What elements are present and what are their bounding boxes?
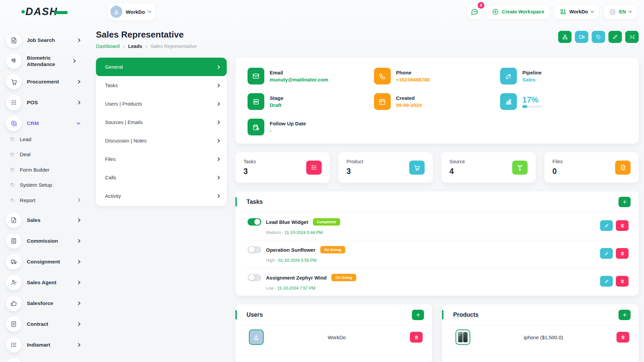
product-name: iphone ($1,500.0) <box>470 335 616 340</box>
chevron-right-icon <box>216 157 220 161</box>
workspace-menu-button[interactable]: WorkDo <box>554 4 599 19</box>
phone-field: Phone+16239488788 <box>374 68 500 84</box>
tab-calls[interactable]: Calls <box>96 168 227 187</box>
users-section-title: Users <box>247 311 263 318</box>
sidebar-item-system-setup[interactable]: System Setup <box>11 182 80 188</box>
tasks-section-title: Tasks <box>247 198 263 205</box>
tab-activity[interactable]: Activity <box>96 187 227 205</box>
trash-icon <box>620 251 625 256</box>
sidebar-item-salesforce[interactable]: Salesforce <box>6 295 80 311</box>
delete-task-button[interactable] <box>616 220 629 231</box>
chevron-right-icon <box>76 218 80 222</box>
breadcrumb-dashboard[interactable]: Dashboard <box>96 44 120 49</box>
convert-to-deal-button[interactable] <box>558 31 572 43</box>
sidebar-item-biometric-attendance[interactable]: Biometric Attendance <box>6 53 80 69</box>
workspace-selector[interactable]: WorkDo <box>107 3 156 21</box>
progress-bar-fill <box>522 105 527 108</box>
breadcrumb-leads[interactable]: Leads <box>128 44 142 49</box>
delete-user-button[interactable] <box>410 332 423 343</box>
sidebar-item-sales-agent[interactable]: Sales Agent <box>6 275 80 291</box>
page-title: Sales Representative <box>96 29 197 40</box>
email-value[interactable]: munuty@mailinator.com <box>270 77 328 82</box>
delete-task-button[interactable] <box>616 276 629 287</box>
delete-product-button[interactable] <box>616 332 629 343</box>
bullet-icon <box>10 152 15 157</box>
tag-icon <box>596 34 601 40</box>
crm-icon <box>6 116 21 131</box>
fingerprint-icon <box>6 53 21 69</box>
bullet-icon <box>10 182 15 188</box>
sidebar-item-pos[interactable]: POS <box>6 95 80 111</box>
sidebar-item-indiamart[interactable]: Indiamart <box>6 337 80 353</box>
sidebar-item-crm[interactable]: CRM <box>6 115 80 131</box>
chevron-right-icon <box>76 322 80 326</box>
sidebar-item-job-search[interactable]: Job Search <box>6 32 80 48</box>
stat-label: Product <box>346 159 363 164</box>
edit-task-button[interactable] <box>600 220 613 231</box>
meeting-button[interactable] <box>575 31 588 43</box>
create-workspace-button[interactable]: Create Workspace <box>486 4 550 19</box>
delete-task-button[interactable] <box>616 248 629 259</box>
sidebar-item-procurement[interactable]: Procurement <box>6 74 80 90</box>
sidebar-item-consignment[interactable]: Consignment <box>6 254 80 270</box>
sidebar-item-report[interactable]: Report <box>11 197 80 203</box>
sidebar-item-inventory[interactable]: Inventory <box>6 358 80 362</box>
sidebar-item-sales[interactable]: Sales <box>6 212 80 228</box>
task-toggle[interactable] <box>248 246 261 253</box>
chevron-down-icon <box>148 9 151 13</box>
breadcrumb-current: Sales Representative <box>151 44 197 49</box>
edit-lead-button[interactable] <box>608 31 622 43</box>
add-task-button[interactable] <box>619 197 631 207</box>
calendar-clock-icon <box>248 119 264 135</box>
messages-count-badge: 0 <box>478 2 484 9</box>
building-icon <box>113 8 120 15</box>
language-selector[interactable]: EN <box>603 4 637 19</box>
chevron-right-icon <box>76 101 80 104</box>
sidebar-item-deal[interactable]: Deal <box>11 151 80 158</box>
task-toggle[interactable] <box>248 274 261 281</box>
sidebar-subitem-label: Lead <box>20 136 80 142</box>
task-datetime: 01-10-2024 5:55 PM <box>278 258 317 263</box>
tab-users-products[interactable]: Users | Products <box>96 95 227 113</box>
convert-button[interactable] <box>625 31 639 43</box>
sidebar-item-label: Job Search <box>27 37 72 43</box>
tab-sources-emails[interactable]: Sources | Emails <box>96 113 227 131</box>
sidebar: Job Search Biometric Attendance Procurem… <box>0 23 86 362</box>
task-row: Assignment Zephyr Wind On Going Low - 11… <box>235 268 639 296</box>
sidebar-subitem-label: System Setup <box>20 182 80 188</box>
add-user-button[interactable] <box>412 310 424 320</box>
stat-label: Source <box>449 159 465 164</box>
pipeline-field: PipelineSales <box>500 68 627 84</box>
tab-discussion-notes[interactable]: Discussion | Notes <box>96 131 227 150</box>
stage-field: StageDraft <box>248 93 374 110</box>
sidebar-item-label: Consignment <box>27 258 72 265</box>
task-toggle[interactable] <box>248 218 261 226</box>
stat-card-product: Product3 <box>338 152 433 183</box>
sidebar-item-label: Sales Agent <box>27 279 72 286</box>
edit-task-button[interactable] <box>600 276 613 287</box>
tab-files[interactable]: Files <box>96 150 227 168</box>
labels-button[interactable] <box>592 31 605 43</box>
phone-value[interactable]: +16239488788 <box>396 77 430 82</box>
phone-icon <box>374 68 391 84</box>
follow-up-field: Follow Up Date- <box>248 119 374 135</box>
thumbs-up-icon <box>6 296 21 311</box>
sidebar-item-form-builder[interactable]: Form Builder <box>11 167 80 173</box>
edit-task-button[interactable] <box>600 248 613 259</box>
building-icon <box>253 334 260 341</box>
messages-button[interactable]: 0 <box>467 4 482 19</box>
tab-tasks[interactable]: Tasks <box>96 76 227 95</box>
stage-icon <box>248 93 264 110</box>
sidebar-item-lead[interactable]: Lead <box>11 136 80 142</box>
sidebar-item-commission[interactable]: Commission <box>6 233 80 249</box>
chevron-down-icon <box>590 9 594 13</box>
add-product-button[interactable] <box>619 310 631 320</box>
chevron-right-icon <box>76 80 80 83</box>
user-avatar <box>249 329 264 345</box>
calculator-icon <box>6 233 21 249</box>
sidebar-item-contract[interactable]: Contract <box>6 316 80 332</box>
main-content: Sales Representative Dashboard › Leads ›… <box>86 23 644 362</box>
logo[interactable]: DASH <box>21 6 68 18</box>
tab-general[interactable]: General <box>96 58 227 76</box>
pen-icon <box>500 68 517 84</box>
